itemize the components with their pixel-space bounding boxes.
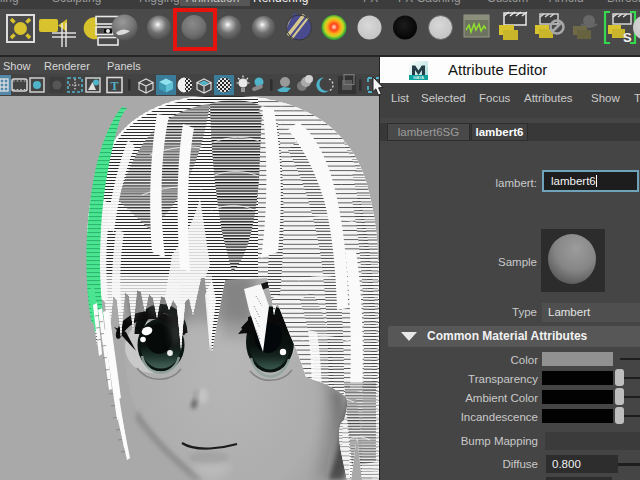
svg-text:MAYA: MAYA [413,75,424,80]
svg-text:S: S [623,30,632,45]
svg-text:T: T [111,79,119,93]
